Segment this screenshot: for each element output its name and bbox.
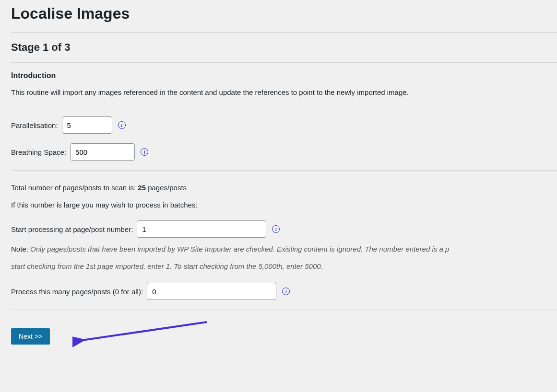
- svg-line-1: [82, 322, 207, 340]
- breathing-input[interactable]: [70, 143, 135, 161]
- divider: [11, 170, 557, 171]
- arrow-annotation: [72, 317, 216, 351]
- scan-count: 25: [138, 184, 146, 192]
- start-input[interactable]: [137, 220, 266, 238]
- intro-text: This routine will import any images refe…: [11, 87, 557, 98]
- intro-heading: Introduction: [11, 71, 557, 80]
- parallelisation-label: Parallelisation:: [11, 121, 58, 129]
- note-text-line2: start checking from the 1st page importe…: [11, 261, 557, 272]
- start-label: Start processing at page/post number:: [11, 225, 133, 233]
- parallelisation-input[interactable]: [62, 116, 112, 134]
- batch-hint: If this number is large you may wish to …: [11, 199, 557, 211]
- process-label: Process this many pages/posts (0 for all…: [11, 288, 143, 296]
- total-scan-text: Total number of pages/posts to scan is: …: [11, 182, 557, 194]
- info-icon[interactable]: [272, 225, 280, 233]
- parallelisation-row: Parallelisation:: [11, 116, 557, 134]
- next-button[interactable]: Next >>: [11, 328, 50, 345]
- process-input[interactable]: [147, 283, 276, 300]
- start-row: Start processing at page/post number:: [11, 220, 557, 238]
- breathing-row: Breathing Space:: [11, 143, 557, 161]
- info-icon[interactable]: [118, 121, 126, 129]
- note-text: Note: Only pages/posts that have been im…: [11, 243, 557, 255]
- breathing-label: Breathing Space:: [11, 148, 66, 156]
- page-title: Localise Images: [11, 5, 557, 23]
- divider: [11, 32, 557, 33]
- process-row: Process this many pages/posts (0 for all…: [11, 283, 557, 300]
- divider: [11, 62, 557, 63]
- info-icon[interactable]: [141, 148, 148, 156]
- info-icon[interactable]: [282, 288, 290, 295]
- stage-heading: Stage 1 of 3: [11, 41, 557, 54]
